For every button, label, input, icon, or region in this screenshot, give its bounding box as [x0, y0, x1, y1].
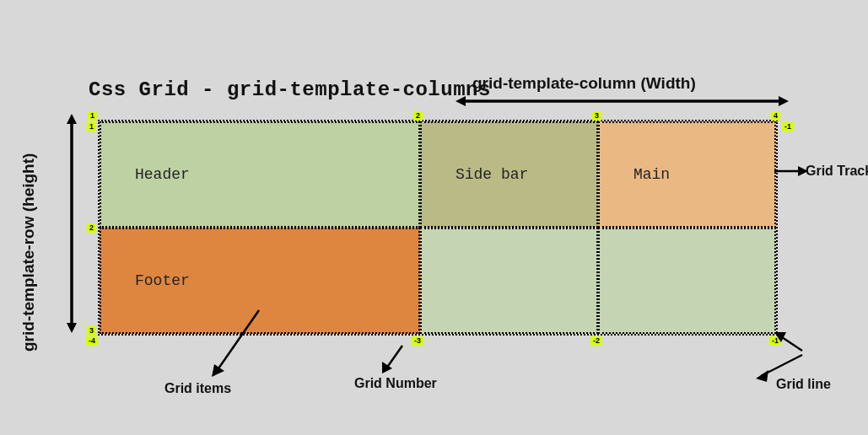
- cell-label: Main: [633, 166, 670, 183]
- height-axis-label: grid-template-row (height): [19, 153, 38, 352]
- line-badge-row-1: 1: [87, 122, 96, 132]
- grid-cell-main: Main: [598, 121, 776, 228]
- width-axis-arrow: [456, 95, 789, 107]
- grid-cell-empty: [420, 228, 598, 334]
- page-title: Css Grid - grid-template-columns: [89, 78, 491, 101]
- line-badge-col--4: -4: [86, 336, 98, 346]
- line-badge-col-4: 4: [771, 111, 780, 121]
- cell-label: Header: [135, 166, 190, 183]
- grid-cell-sidebar: Side bar: [420, 121, 598, 228]
- line-badge-col-3: 3: [592, 111, 601, 121]
- svg-marker-15: [756, 370, 768, 382]
- label-grid-track: Grid Track: [806, 164, 868, 179]
- cell-label: Footer: [135, 272, 190, 289]
- line-badge-col--2: -2: [590, 336, 602, 346]
- arrow-grid-track: [774, 165, 808, 177]
- height-axis-arrow: [66, 114, 78, 333]
- width-axis-label: grid-template-column (Width): [472, 74, 696, 93]
- line-badge-row-3: 3: [87, 326, 96, 336]
- svg-marker-13: [774, 332, 786, 342]
- svg-marker-2: [779, 96, 789, 106]
- line-badge-row-2: 2: [87, 223, 96, 233]
- line-badge-col-1: 1: [88, 111, 97, 121]
- cell-label: Side bar: [456, 166, 528, 183]
- label-grid-number: Grid Number: [354, 376, 437, 391]
- svg-line-10: [386, 346, 402, 368]
- css-grid-demo: Header Side bar Main Footer: [98, 120, 778, 336]
- line-badge-col--3: -3: [412, 336, 423, 346]
- label-grid-line: Grid line: [776, 377, 831, 392]
- line-badge-row--1: -1: [782, 122, 794, 132]
- grid-cell-empty: [598, 228, 776, 334]
- grid-cell-header: Header: [100, 121, 420, 228]
- svg-marker-4: [67, 114, 77, 124]
- svg-line-8: [217, 310, 259, 371]
- label-grid-items: Grid items: [164, 381, 231, 396]
- svg-marker-5: [67, 323, 77, 333]
- svg-marker-1: [456, 96, 466, 106]
- line-badge-col-2: 2: [413, 111, 423, 121]
- arrow-grid-items: [208, 310, 267, 378]
- arrow-grid-number: [380, 346, 405, 375]
- diagram-stage: Css Grid - grid-template-columns grid-te…: [0, 0, 868, 435]
- svg-marker-9: [212, 364, 224, 377]
